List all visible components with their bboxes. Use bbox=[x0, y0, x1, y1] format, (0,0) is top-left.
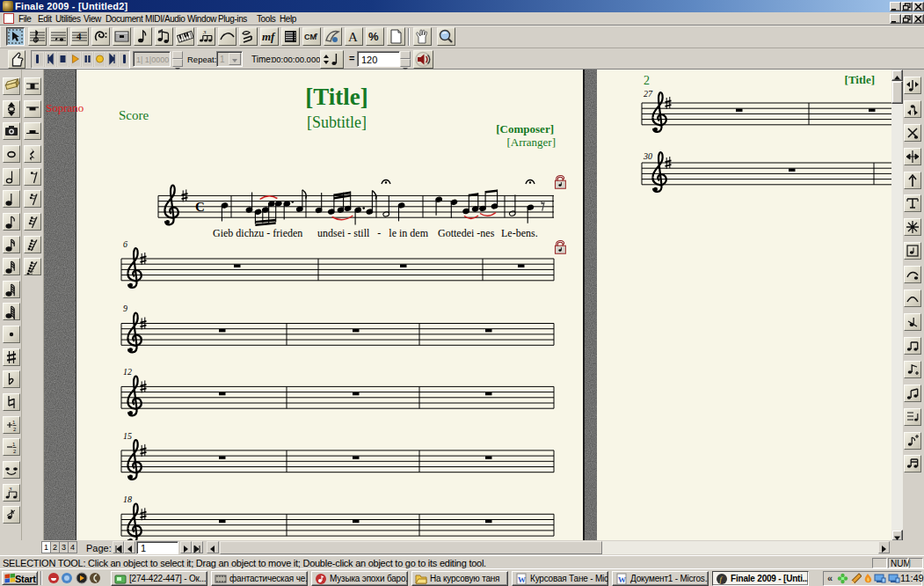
svg-text:4: 4 bbox=[76, 31, 82, 41]
svg-text:18: 18 bbox=[123, 494, 132, 504]
svg-text:Gieb dichzu - frieden: Gieb dichzu - frieden bbox=[213, 227, 302, 239]
svg-text:mf: mf bbox=[262, 30, 276, 43]
svg-text:15: 15 bbox=[123, 431, 132, 441]
svg-text:[Composer]: [Composer] bbox=[496, 122, 554, 136]
svg-text:A: A bbox=[348, 30, 358, 44]
svg-text:9: 9 bbox=[123, 304, 127, 313]
svg-text:6: 6 bbox=[123, 239, 127, 249]
svg-text:[Title]: [Title] bbox=[305, 84, 367, 110]
svg-text:27: 27 bbox=[644, 89, 653, 99]
svg-text:[Subtitle]: [Subtitle] bbox=[307, 114, 367, 131]
svg-text:7: 7 bbox=[315, 33, 318, 38]
svg-text:[Arranger]: [Arranger] bbox=[506, 136, 556, 149]
svg-text:30: 30 bbox=[643, 151, 652, 161]
svg-text:1: 1 bbox=[12, 420, 16, 425]
svg-text:Le-bens.: Le-bens. bbox=[501, 227, 538, 239]
svg-text:%: % bbox=[368, 30, 379, 43]
svg-text:1: 1 bbox=[12, 442, 16, 447]
svg-text:2: 2 bbox=[644, 74, 650, 87]
svg-text:3: 3 bbox=[202, 29, 207, 36]
svg-text:[Title]: [Title] bbox=[845, 73, 875, 86]
svg-text:W: W bbox=[518, 575, 526, 584]
svg-text:2: 2 bbox=[13, 449, 17, 454]
svg-text:12: 12 bbox=[123, 367, 132, 377]
svg-text:Gottedei -nes: Gottedei -nes bbox=[438, 227, 495, 239]
svg-text:Score: Score bbox=[119, 108, 149, 122]
svg-text:C: C bbox=[195, 200, 205, 214]
svg-text:undsei - still - le in dem: undsei - still - le in dem bbox=[317, 227, 429, 239]
svg-text:2: 2 bbox=[13, 427, 17, 432]
svg-text:W: W bbox=[618, 575, 626, 584]
